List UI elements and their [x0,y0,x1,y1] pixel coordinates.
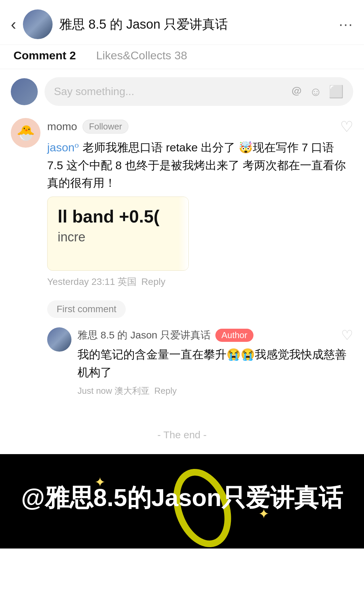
comment-text-momo: jasonᵒ 老师我雅思口语 retake 出分了 🤯现在写作 7 口语 7.5… [47,139,353,192]
comment-avatar-momo: 🐣 [11,118,40,148]
author-badge: Author [215,329,253,342]
reply-reply-btn[interactable]: Reply [154,386,177,396]
tab-likes[interactable]: Likes&Collects 38 [96,49,187,62]
table-row: 🐣 momo Follower ♡ jasonᵒ 老师我雅思口语 retake … [11,118,353,288]
comment-meta-momo: momo Follower ♡ [47,118,353,135]
bottom-banner-text: @雅思8.5的Jason只爱讲真话 [21,482,343,514]
score-card-row2: incre [58,230,178,244]
header-title: 雅思 8.5 的 Jason 只爱讲真话 [59,16,332,33]
back-button[interactable]: ‹ [11,16,16,32]
reply-like-button[interactable]: ♡ [341,327,353,343]
the-end-label: - The end - [0,422,364,454]
score-card-row1: ll band +0.5( [58,206,178,227]
comment-footer-momo: Yesterday 23:11 英国 Reply [47,275,353,288]
follower-badge: Follower [83,120,128,134]
tab-comment[interactable]: Comment 2 [13,49,76,62]
emoji-icon[interactable]: ☺ [309,85,322,99]
comments-section: 🐣 momo Follower ♡ jasonᵒ 老师我雅思口语 retake … [0,114,364,422]
reply-text-jason: 我的笔记的含金量一直在攀升😭😭我感觉我快成慈善机构了 [78,346,353,381]
comment-input-placeholder: Say something... [54,85,284,98]
reply-username-jason: 雅思 8.5 的 Jason 只爱讲真话 [78,328,211,342]
comment-body-momo: momo Follower ♡ jasonᵒ 老师我雅思口语 retake 出分… [47,118,353,288]
header: ‹ 雅思 8.5 的 Jason 只爱讲真话 ··· [0,0,364,45]
comment-icons: ＠ ☺ ⬜ [291,83,344,100]
reply-timestamp: Just now 澳大利亚 [78,385,150,397]
reply-avatar-jason [47,327,71,352]
tabs-bar: Comment 2 Likes&Collects 38 [0,45,364,69]
comment-username-momo: momo [47,120,77,133]
comment-timestamp: Yesterday 23:11 英国 [47,275,136,288]
comment-input-wrap[interactable]: Say something... ＠ ☺ ⬜ [44,77,353,106]
reply-meta-jason: 雅思 8.5 的 Jason 只爱讲真话 Author ♡ [78,327,353,343]
comment-reply-btn[interactable]: Reply [141,276,165,287]
comment-text-content: 老师我雅思口语 retake 出分了 🤯现在写作 7 口语 7.5 这个中配 8… [47,141,346,189]
reply-body-jason: 雅思 8.5 的 Jason 只爱讲真话 Author ♡ 我的笔记的含金量一直… [78,327,353,397]
score-card-image[interactable]: ll band +0.5( incre [47,197,189,271]
image-icon[interactable]: ⬜ [329,85,344,99]
reply-comment: 雅思 8.5 的 Jason 只爱讲真话 Author ♡ 我的笔记的含金量一直… [47,327,353,397]
first-comment-label: First comment [47,300,126,318]
comment-like-button[interactable]: ♡ [340,118,353,135]
at-icon[interactable]: ＠ [291,83,303,100]
input-user-avatar [11,78,38,105]
more-button[interactable]: ··· [339,16,353,33]
comment-input-bar: Say something... ＠ ☺ ⬜ [0,69,364,114]
bottom-banner: ✦ ✦ @雅思8.5的Jason只爱讲真话 [0,454,364,549]
header-avatar[interactable] [23,9,53,39]
mention-jason[interactable]: jasonᵒ [47,141,79,154]
reply-footer-jason: Just now 澳大利亚 Reply [78,385,353,397]
